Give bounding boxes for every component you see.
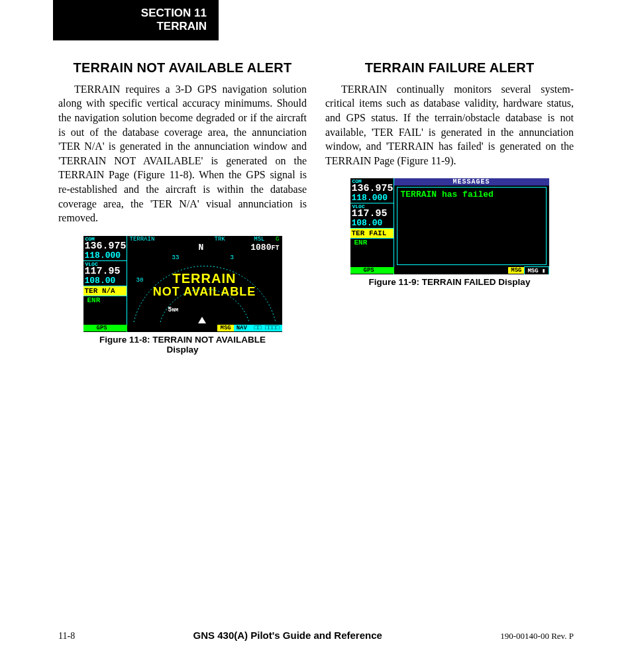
- figure-11-8-wrap: COM 136.975 118.000 VLOC 117.95 108.00 T…: [83, 236, 282, 355]
- terrain-na-screen: COM 136.975 118.000 VLOC 117.95 108.00 T…: [83, 236, 282, 332]
- compass-tick-33: 33: [172, 254, 180, 261]
- figure-11-9-wrap: COM 136.975 118.000 VLOC 117.95 108.00 T…: [350, 178, 549, 287]
- range-scale: 5NM: [168, 306, 179, 313]
- terrain-failed-screen: COM 136.975 118.000 VLOC 117.95 108.00 T…: [350, 178, 549, 274]
- gps-indicator-2: GPS: [350, 267, 394, 274]
- compass-tick-3: 3: [231, 254, 234, 261]
- ter-na-annunciator: TER N/A: [83, 286, 127, 296]
- msg-indicator-2: MSG: [508, 267, 524, 274]
- figure-11-8-caption: Figure 11-8: TERRAIN NOT AVAILABLE Displ…: [83, 335, 282, 355]
- status-bar: GPS MSG NAV □□ □□□□: [83, 324, 282, 332]
- vloc-active: 117.95: [83, 267, 127, 276]
- enr-indicator-2: ENR: [350, 238, 394, 247]
- vloc-standby-2: 108.00: [350, 219, 394, 229]
- com-active: 136.975: [83, 242, 127, 251]
- com-standby-2: 118.000: [350, 194, 394, 203]
- com-standby: 118.000: [83, 251, 127, 261]
- vloc-standby: 108.00: [83, 276, 127, 286]
- section-tab: SECTION 11 TERRAIN: [53, 0, 219, 40]
- section-title: TERRAIN: [53, 20, 207, 33]
- svg-marker-0: [198, 317, 206, 323]
- messages-body: TERRAIN has failed: [397, 187, 547, 265]
- revision-number: 190-00140-00 Rev. P: [500, 631, 574, 642]
- ter-fail-annunciator: TER FAIL: [350, 229, 394, 238]
- column-right: TERRAIN FAILURE ALERT TERRAIN continuall…: [325, 60, 574, 359]
- page-number: 11-8: [58, 631, 75, 642]
- enr-indicator: ENR: [83, 296, 127, 304]
- vloc-active-2: 117.95: [350, 209, 394, 219]
- heading-not-available: TERRAIN NOT AVAILABLE ALERT: [58, 60, 307, 76]
- freq-panel: COM 136.975 118.000 VLOC 117.95 108.00 T…: [83, 236, 127, 332]
- messages-header: MESSAGES: [394, 178, 549, 186]
- com-active-2: 136.975: [350, 184, 394, 194]
- msg-page-indicator: MSG ▮: [524, 266, 549, 275]
- terrain-failed-message: TERRAIN has failed: [401, 190, 543, 199]
- section-number: SECTION 11: [53, 7, 207, 20]
- terrain-display-area: TERRAIN TRK MSL G 1080FT N 33 30 3 5NM: [127, 236, 282, 324]
- freq-panel-2: COM 136.975 118.000 VLOC 117.95 108.00 T…: [350, 178, 394, 274]
- terrain-na-overlay: TERRAIN NOT AVAILABLE: [127, 272, 282, 298]
- nav-page-indicator: NAV □□ □□□□: [234, 325, 282, 331]
- column-left: TERRAIN NOT AVAILABLE ALERT TERRAIN requ…: [58, 60, 307, 359]
- msg-indicator: MSG: [217, 325, 233, 331]
- para-failure: TERRAIN continually monitors several sys…: [325, 82, 574, 168]
- figure-11-9-caption: Figure 11-9: TERRAIN FAILED Display: [350, 277, 549, 287]
- content-columns: TERRAIN NOT AVAILABLE ALERT TERRAIN requ…: [0, 40, 632, 359]
- page-footer: 11-8 GNS 430(A) Pilot's Guide and Refere…: [58, 630, 574, 642]
- heading-failure: TERRAIN FAILURE ALERT: [325, 60, 574, 76]
- document-title: GNS 430(A) Pilot's Guide and Reference: [193, 630, 382, 641]
- status-bar-2: GPS MSG MSG ▮: [350, 266, 549, 274]
- para-not-available: TERRAIN requires a 3-D GPS navigation so…: [58, 82, 307, 225]
- gps-indicator: GPS: [83, 325, 127, 331]
